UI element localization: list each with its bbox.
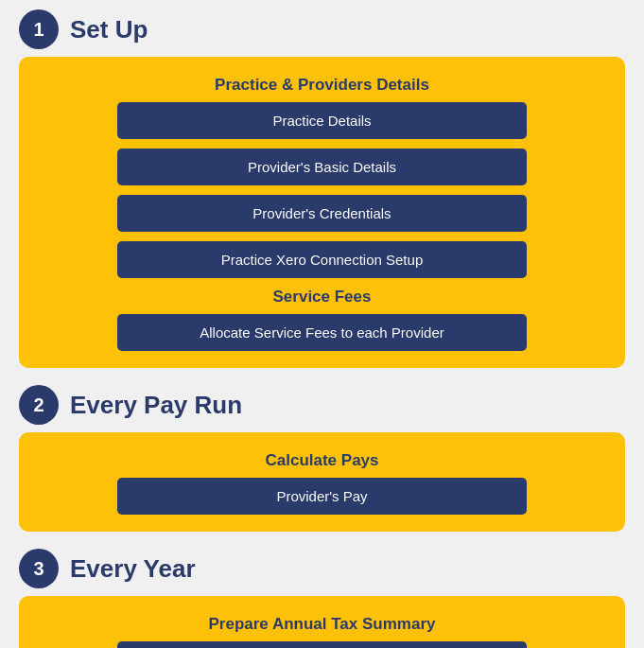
section-header-setup: 1Set Up bbox=[19, 9, 625, 49]
subsection-label-setup-1: Service Fees bbox=[38, 288, 606, 306]
nav-button-every-pay-run-0-0[interactable]: Provider's Pay bbox=[117, 478, 527, 515]
nav-button-setup-0-3[interactable]: Practice Xero Connection Setup bbox=[117, 241, 527, 278]
section-title-setup: Set Up bbox=[70, 15, 148, 44]
section-body-every-pay-run: Calculate PaysProvider's Pay bbox=[19, 432, 625, 532]
section-body-setup: Practice & Providers DetailsPractice Det… bbox=[19, 57, 625, 368]
subsection-label-every-pay-run-0: Calculate Pays bbox=[38, 451, 606, 470]
nav-button-setup-1-0[interactable]: Allocate Service Fees to each Provider bbox=[117, 314, 527, 351]
badge-setup: 1 bbox=[19, 9, 59, 49]
nav-button-every-year-0-0[interactable]: Annual Summaries bbox=[117, 641, 527, 648]
subsection-label-every-year-0: Prepare Annual Tax Summary bbox=[38, 615, 606, 634]
section-header-every-year: 3Every Year bbox=[19, 549, 625, 588]
subsection-label-setup-0: Practice & Providers Details bbox=[38, 76, 606, 95]
badge-every-pay-run: 2 bbox=[19, 385, 59, 425]
section-header-every-pay-run: 2Every Pay Run bbox=[19, 385, 625, 425]
page-container: 1Set UpPractice & Providers DetailsPract… bbox=[0, 0, 644, 648]
section-setup: 1Set UpPractice & Providers DetailsPract… bbox=[19, 9, 625, 368]
section-every-pay-run: 2Every Pay RunCalculate PaysProvider's P… bbox=[19, 385, 625, 532]
section-every-year: 3Every YearPrepare Annual Tax SummaryAnn… bbox=[19, 549, 625, 648]
badge-every-year: 3 bbox=[19, 549, 59, 588]
nav-button-setup-0-0[interactable]: Practice Details bbox=[117, 102, 527, 139]
section-title-every-year: Every Year bbox=[70, 554, 196, 584]
nav-button-setup-0-2[interactable]: Provider's Credentials bbox=[117, 195, 527, 232]
section-title-every-pay-run: Every Pay Run bbox=[70, 391, 242, 420]
nav-button-setup-0-1[interactable]: Provider's Basic Details bbox=[117, 149, 527, 185]
section-body-every-year: Prepare Annual Tax SummaryAnnual Summari… bbox=[19, 596, 625, 648]
